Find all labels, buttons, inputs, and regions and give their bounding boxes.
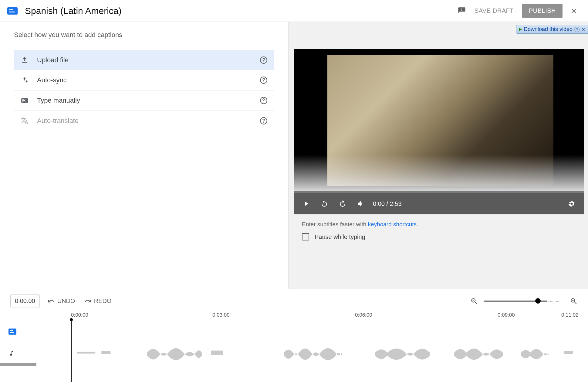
audio-track[interactable] (0, 342, 588, 363)
upload-icon (21, 56, 29, 64)
keyboard-shortcuts-link[interactable]: keyboard shortcuts (368, 221, 417, 227)
play-icon (519, 28, 522, 31)
right-panel: Download this video ? ✕ 0:00 / 2:53 (289, 22, 588, 289)
video-viewport[interactable] (294, 49, 584, 191)
svg-rect-9 (101, 351, 110, 354)
video-area: 0:00 / 2:53 Enter subtitles faster with … (294, 49, 584, 240)
zoom-in-icon[interactable] (570, 297, 578, 305)
help-icon[interactable]: ? (574, 27, 580, 32)
header-bar: Spanish (Latin America) SAVE DRAFT PUBLI… (0, 0, 588, 22)
caption-track[interactable] (0, 321, 588, 342)
horizontal-scrollbar[interactable] (0, 363, 36, 366)
zoom-controls (470, 297, 578, 305)
zoom-slider[interactable] (484, 301, 547, 302)
svg-rect-10 (211, 351, 223, 355)
forward-10-button[interactable] (336, 198, 349, 210)
ruler-tick: 0:09:00 (498, 312, 515, 318)
shortcuts-hint: Enter subtitles faster with keyboard sho… (302, 221, 584, 228)
replay-10-button[interactable] (318, 198, 330, 210)
timeline-tracks (0, 321, 588, 363)
pause-label: Pause while typing (315, 233, 365, 240)
timeline-toolbar: 0:00:00 UNDO REDO (0, 294, 588, 312)
help-icon[interactable] (260, 97, 268, 104)
option-auto-translate: Auto-translate (14, 111, 274, 131)
header-actions: SAVE DRAFT PUBLISH (458, 4, 581, 18)
close-icon[interactable]: ✕ (582, 27, 585, 32)
ruler-tick: 0:03:00 (212, 312, 230, 318)
svg-point-5 (263, 102, 264, 103)
close-button[interactable] (567, 5, 581, 17)
option-label: Auto-translate (37, 117, 260, 125)
feedback-icon[interactable] (458, 7, 466, 15)
svg-point-1 (263, 62, 264, 62)
captions-track-icon (8, 329, 16, 335)
translate-icon (21, 117, 29, 125)
ruler-tick: 0:06:00 (355, 312, 372, 318)
hint-suffix: . (417, 221, 418, 227)
option-upload-file[interactable]: Upload file (14, 50, 274, 70)
help-icon[interactable] (260, 76, 268, 84)
left-heading: Select how you want to add captions (14, 31, 274, 39)
save-draft-button[interactable]: SAVE DRAFT (470, 4, 518, 17)
time-input[interactable]: 0:00:00 (10, 294, 40, 308)
keyboard-icon (21, 97, 29, 104)
publish-button[interactable]: PUBLISH (522, 4, 563, 18)
help-icon[interactable] (260, 56, 268, 64)
sparkle-icon (21, 76, 29, 84)
help-icon[interactable] (260, 117, 268, 125)
option-label: Upload file (37, 56, 260, 64)
option-label: Auto-sync (37, 76, 260, 84)
option-type-manually[interactable]: Type manually (14, 90, 274, 111)
svg-rect-11 (564, 351, 573, 354)
redo-button[interactable]: REDO (84, 298, 112, 305)
video-frame (327, 55, 553, 186)
download-video-button[interactable]: Download this video ? ✕ (516, 25, 588, 34)
ruler-tick: 0:00:00 (71, 312, 88, 318)
option-label: Type manually (37, 97, 260, 104)
zoom-out-icon[interactable] (470, 297, 478, 305)
ruler-tick: 0:11:02 (561, 312, 579, 318)
undo-button[interactable]: UNDO (48, 298, 75, 305)
music-note-icon (8, 350, 16, 356)
pause-checkbox[interactable] (302, 233, 309, 240)
video-player: 0:00 / 2:53 (294, 49, 584, 214)
audio-waveform (71, 342, 588, 363)
captions-icon (7, 7, 18, 15)
redo-label: REDO (94, 298, 112, 305)
undo-label: UNDO (57, 298, 75, 305)
download-label: Download this video (524, 26, 573, 32)
player-controls: 0:00 / 2:53 (294, 193, 584, 214)
main-area: Select how you want to add captions Uplo… (0, 22, 588, 289)
svg-point-3 (263, 82, 264, 82)
pause-while-typing-row: Pause while typing (302, 233, 584, 240)
caption-option-list: Upload file Auto-sync Type manually (14, 50, 274, 131)
left-panel: Select how you want to add captions Uplo… (0, 22, 289, 289)
zoom-slider-thumb[interactable] (535, 298, 541, 304)
play-button[interactable] (300, 198, 312, 210)
timeline-ruler[interactable]: 0:00:00 0:03:00 0:06:00 0:09:00 0:11:02 (0, 312, 588, 321)
page-title: Spanish (Latin America) (25, 6, 458, 16)
hint-prefix: Enter subtitles faster with (302, 221, 368, 227)
settings-button[interactable] (566, 198, 578, 210)
volume-button[interactable] (355, 198, 367, 210)
option-auto-sync[interactable]: Auto-sync (14, 70, 274, 90)
timeline-panel: 0:00:00 UNDO REDO 0:00:00 0:03:00 0:06:0… (0, 289, 588, 366)
svg-rect-8 (77, 352, 95, 354)
svg-point-7 (263, 122, 264, 123)
time-display: 0:00 / 2:53 (373, 200, 402, 207)
